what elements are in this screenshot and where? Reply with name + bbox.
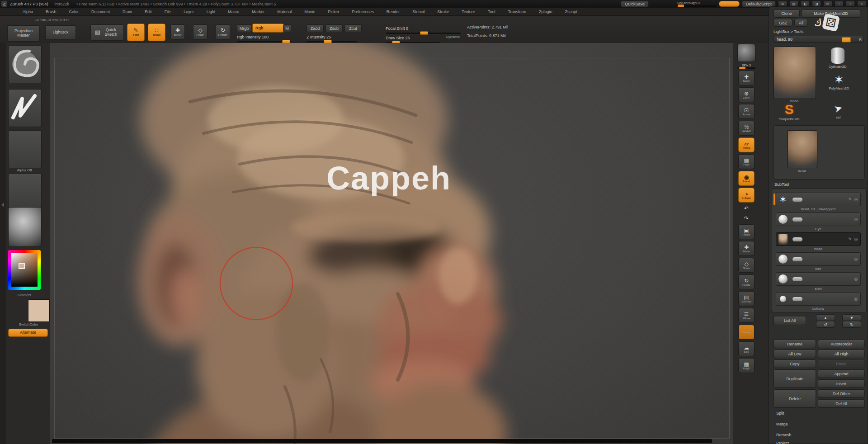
current-brush-thumbnail[interactable] bbox=[8, 45, 42, 83]
nav-move-button[interactable]: ✚Move bbox=[738, 241, 755, 256]
zadd-button[interactable]: Zadd bbox=[307, 24, 324, 32]
zscript-progress-bar[interactable] bbox=[719, 1, 740, 7]
current-stroke-thumbnail[interactable] bbox=[8, 89, 42, 127]
project-section-header[interactable]: Project bbox=[776, 441, 789, 444]
z-intensity-slider[interactable]: Z Intensity 25 bbox=[307, 32, 357, 43]
menu-zplugin[interactable]: Zplugin bbox=[533, 9, 559, 14]
undo-button[interactable]: ↶ bbox=[738, 204, 755, 213]
menu-light[interactable]: Light bbox=[200, 9, 222, 14]
subtool-eye-icon[interactable]: ◎ bbox=[854, 277, 858, 281]
focal-shift-slider[interactable]: Focal Shift 0 bbox=[386, 24, 461, 34]
visibility-eye-toggle[interactable] bbox=[793, 277, 802, 281]
persp-button[interactable]: ▱Persp bbox=[738, 137, 755, 152]
tool-slot-simplebrush[interactable]: S SimpleBrush bbox=[779, 103, 799, 121]
tool-preview-thumbnail[interactable] bbox=[788, 130, 817, 168]
subtool-row-head[interactable]: ✎◎ bbox=[776, 232, 861, 246]
subtool-eye-icon[interactable]: ◎ bbox=[854, 217, 858, 222]
visibility-eye-toggle[interactable] bbox=[793, 237, 802, 241]
split-section-header[interactable]: Split bbox=[776, 411, 784, 416]
menu-macro[interactable]: Macro bbox=[222, 9, 245, 14]
visibility-eye-toggle[interactable] bbox=[793, 198, 802, 202]
move-button[interactable]: ✚ Move bbox=[170, 24, 185, 40]
autoreorder-button[interactable]: Autoreorder bbox=[818, 340, 865, 348]
frame-button[interactable]: ▣Frame bbox=[738, 224, 755, 239]
color-picker-selector[interactable] bbox=[19, 263, 25, 269]
draw-button[interactable]: ∷ Draw bbox=[148, 24, 165, 41]
mrgb-button[interactable]: Mrgb bbox=[237, 24, 251, 32]
scale-button[interactable]: ◇ Scale bbox=[193, 24, 208, 40]
nav-rotate-button[interactable]: ↻Rotate bbox=[738, 274, 755, 289]
spix-slider[interactable]: SPix 5 bbox=[737, 64, 755, 69]
tool-slider-handle[interactable] bbox=[842, 37, 851, 43]
subtool-eye-icon[interactable]: ◎ bbox=[854, 257, 858, 261]
current-texture-thumbnail[interactable] bbox=[8, 173, 42, 211]
menu-document[interactable]: Document bbox=[85, 9, 116, 14]
subtool-row-buttons[interactable]: ◎ bbox=[776, 292, 861, 306]
polypaint-toggle-icon[interactable]: ✎ bbox=[849, 197, 852, 202]
subtool-eye-icon[interactable]: ◎ bbox=[854, 197, 858, 202]
subtool-cw-button[interactable]: ↻ bbox=[842, 321, 861, 328]
visibility-eye-toggle[interactable] bbox=[793, 257, 802, 261]
polyf-button[interactable]: ▦PolyF bbox=[738, 358, 755, 373]
selrect-button[interactable]: ▤SelRect bbox=[738, 291, 755, 306]
menu-edit[interactable]: Edit bbox=[138, 9, 158, 14]
menu-tool[interactable]: Tool bbox=[481, 9, 502, 14]
menu-zscript[interactable]: Zscript bbox=[559, 9, 584, 14]
paste-button[interactable]: Paste bbox=[818, 359, 865, 368]
quicksave-button[interactable]: QuickSave bbox=[621, 1, 649, 7]
switch-color-label[interactable]: SwitchColor bbox=[8, 322, 49, 326]
scroll-button[interactable]: ✚Scroll bbox=[738, 71, 755, 85]
tool-slot-sel[interactable]: ➤ sel bbox=[834, 103, 842, 119]
insert-button[interactable]: Insert bbox=[818, 379, 865, 388]
alternate-button[interactable]: Alternate bbox=[8, 329, 48, 337]
menu-movie[interactable]: Movie bbox=[298, 9, 321, 14]
lsym-button[interactable]: ◑L.Sym bbox=[738, 188, 755, 203]
subtool-row-hair[interactable]: ◎ bbox=[776, 252, 861, 266]
redo-button[interactable]: ↷ bbox=[738, 214, 755, 222]
goz-button[interactable]: GoZ bbox=[774, 19, 793, 27]
left-divider-arrow[interactable] bbox=[1, 203, 4, 207]
zsub-button[interactable]: Zsub bbox=[326, 24, 343, 32]
tool-slot-polymesh3d[interactable]: ✶ PolyMesh3D bbox=[829, 74, 849, 90]
subtool-section-header[interactable]: SubTool bbox=[774, 182, 789, 187]
tool-slot-cylinder3d[interactable]: Cylinder3D bbox=[829, 47, 847, 69]
menu-alpha[interactable]: Alpha bbox=[16, 9, 39, 14]
subtool-eye-icon[interactable]: ◎ bbox=[854, 237, 858, 241]
zcut-button[interactable]: Zcut bbox=[344, 24, 362, 32]
xpose-button[interactable]: ☰XPose bbox=[738, 308, 755, 323]
menu-marker[interactable]: Marker bbox=[245, 9, 271, 14]
append-button[interactable]: Append bbox=[818, 369, 865, 378]
current-alpha-thumbnail[interactable] bbox=[8, 130, 42, 168]
floor-button[interactable]: ▦Floor bbox=[738, 154, 755, 169]
menu-draw[interactable]: Draw bbox=[116, 9, 138, 14]
menu-brush[interactable]: Brush bbox=[39, 9, 63, 14]
current-material-thumbnail[interactable] bbox=[8, 207, 42, 247]
gradient-label[interactable]: Gradient bbox=[8, 293, 41, 297]
menu-stroke[interactable]: Stroke bbox=[431, 9, 455, 14]
rotate-button[interactable]: ↻ Rotate bbox=[216, 24, 230, 40]
local-button[interactable]: ◉Local bbox=[738, 171, 755, 186]
menu-color[interactable]: Color bbox=[63, 9, 85, 14]
polypaint-toggle-icon[interactable]: ✎ bbox=[849, 237, 852, 241]
subtool-row-head-unwrapped[interactable]: ✶ ✎◎ bbox=[776, 193, 861, 206]
m-button[interactable]: M bbox=[283, 24, 291, 32]
canvas-bottom-scrollbar[interactable] bbox=[52, 439, 712, 443]
zoom-button[interactable]: ⊕Zoom bbox=[738, 87, 755, 102]
active-tool-thumbnail[interactable] bbox=[774, 47, 816, 99]
rgb-button[interactable]: Rgb bbox=[252, 24, 284, 33]
tool-restore-button[interactable]: R bbox=[859, 38, 862, 42]
duplicate-button[interactable]: Duplicate bbox=[774, 369, 816, 388]
nav-scale-button[interactable]: ◇Scale bbox=[738, 258, 755, 273]
rgb-intensity-slider[interactable]: Rgb Intensity 100 bbox=[237, 32, 291, 43]
goz-all-button[interactable]: All bbox=[794, 19, 808, 27]
color-picker-gradient[interactable] bbox=[11, 253, 38, 287]
see-through-handle[interactable] bbox=[678, 5, 684, 7]
subtool-up-button[interactable]: ▲ bbox=[816, 314, 835, 321]
menu-render[interactable]: Render bbox=[380, 9, 406, 14]
clone-button[interactable]: Clone bbox=[774, 9, 800, 18]
all-high-button[interactable]: All High bbox=[818, 350, 865, 358]
menu-file[interactable]: File bbox=[158, 9, 178, 14]
draw-size-slider[interactable]: Draw Size 26 bbox=[386, 33, 440, 43]
merge-section-header[interactable]: Merge bbox=[776, 422, 788, 426]
menu-transform[interactable]: Transform bbox=[501, 9, 533, 14]
